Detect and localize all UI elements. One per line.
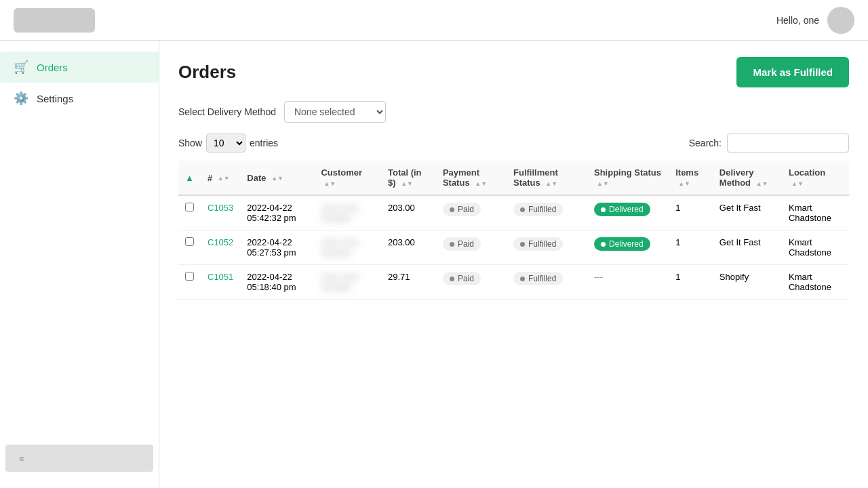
table-body: C10532022-04-22 05:42:32 pmJohn Doe Samp… — [178, 195, 849, 300]
topbar-greeting: Hello, one — [776, 15, 819, 26]
row-total: 203.00 — [381, 195, 436, 230]
row-fulfillment-status: Fulfilled — [507, 195, 587, 230]
row-delivery-method: Get It Fast — [713, 195, 782, 230]
fulfillment-dot — [520, 207, 525, 212]
search-row: Search: — [689, 134, 849, 152]
header-shipping-status[interactable]: Shipping Status ▲▼ — [587, 161, 669, 195]
fulfillment-dot — [520, 242, 525, 247]
search-label: Search: — [689, 138, 722, 148]
shipping-status-badge: Delivered — [594, 203, 650, 216]
table-header: ▲ # ▲▼ Date ▲▼ Customer ▲▼ T — [178, 161, 849, 195]
row-total: 203.00 — [381, 230, 436, 265]
shipping-dash: --- — [594, 272, 603, 282]
row-checkbox[interactable] — [185, 272, 194, 281]
row-payment-status: Paid — [436, 195, 507, 230]
row-date: 2022-04-22 05:42:32 pm — [240, 195, 314, 230]
payment-status-badge: Paid — [443, 272, 481, 285]
table-controls: Show 10 25 50 100 entries Search: — [178, 134, 849, 152]
row-location: Kmart Chadstone — [782, 195, 849, 230]
entries-select[interactable]: 10 25 50 100 — [206, 134, 245, 152]
row-items: 1 — [669, 230, 713, 265]
mark-as-fulfilled-button[interactable]: Mark as Fulfilled — [736, 57, 849, 87]
row-date: 2022-04-22 05:27:53 pm — [240, 230, 314, 265]
header-payment-status[interactable]: Payment Status ▲▼ — [436, 161, 507, 195]
order-id-link[interactable]: C1051 — [208, 272, 233, 282]
row-delivery-method: Shopify — [713, 265, 782, 300]
cart-icon: 🛒 — [14, 60, 28, 75]
sort-icons-location: ▲▼ — [791, 180, 804, 187]
shipping-dot — [601, 242, 606, 247]
row-shipping-status: --- — [587, 265, 669, 300]
shipping-status-badge: Delivered — [594, 237, 650, 251]
sidebar-item-orders[interactable]: 🛒 Orders — [0, 52, 159, 83]
payment-status-badge: Paid — [443, 237, 481, 251]
page-header: Orders Mark as Fulfilled — [178, 57, 849, 87]
header-fulfillment-status[interactable]: Fulfillment Status ▲▼ — [507, 161, 587, 195]
header-number[interactable]: # ▲▼ — [201, 161, 240, 195]
row-total: 29.71 — [381, 265, 436, 300]
topbar-logo — [14, 8, 95, 33]
topbar: Hello, one — [0, 0, 868, 41]
order-id-link[interactable]: C1052 — [208, 237, 233, 247]
row-fulfillment-status: Fulfilled — [507, 265, 587, 300]
row-shipping-status: Delivered — [587, 230, 669, 265]
payment-dot — [450, 277, 454, 281]
order-id-link[interactable]: C1053 — [208, 203, 233, 213]
header-delivery-method[interactable]: Delivery Method ▲▼ — [713, 161, 782, 195]
sort-icons-shipping: ▲▼ — [597, 180, 609, 187]
row-checkbox[interactable] — [185, 237, 194, 246]
header-customer[interactable]: Customer ▲▼ — [314, 161, 381, 195]
payment-dot — [450, 207, 454, 212]
fulfillment-status-badge: Fulfilled — [513, 203, 563, 216]
row-fulfillment-status: Fulfilled — [507, 230, 587, 265]
row-checkbox[interactable] — [185, 203, 194, 211]
delivery-method-select[interactable]: None selected Get It Fast Shopify Standa… — [284, 101, 386, 123]
sort-icons-fulfillment: ▲▼ — [545, 180, 557, 187]
collapse-icon: « — [19, 453, 24, 464]
topbar-right: Hello, one — [776, 7, 854, 34]
header-items[interactable]: Items ▲▼ — [669, 161, 713, 195]
sidebar-item-orders-label: Orders — [37, 62, 68, 73]
row-items: 1 — [669, 265, 713, 300]
table-row: C10532022-04-22 05:42:32 pmJohn Doe Samp… — [178, 195, 849, 230]
row-delivery-method: Get It Fast — [713, 230, 782, 265]
shipping-dot — [601, 207, 606, 212]
payment-dot — [450, 242, 454, 247]
header-date[interactable]: Date ▲▼ — [240, 161, 314, 195]
sidebar: 🛒 Orders ⚙️ Settings « — [0, 41, 159, 488]
filter-row: Select Delivery Method None selected Get… — [178, 101, 849, 123]
row-shipping-status: Delivered — [587, 195, 669, 230]
show-label: Show — [178, 138, 202, 148]
payment-status-badge: Paid — [443, 203, 481, 216]
sort-icons-number: ▲▼ — [218, 175, 230, 182]
table-row: C10522022-04-22 05:27:53 pmJohn Doe Samp… — [178, 230, 849, 265]
sort-icons-payment: ▲▼ — [475, 180, 487, 187]
row-customer: John Doe Sample — [314, 195, 381, 230]
fulfillment-dot — [520, 277, 525, 281]
orders-table: ▲ # ▲▼ Date ▲▼ Customer ▲▼ T — [178, 161, 849, 300]
search-input[interactable] — [727, 134, 849, 152]
row-customer: John Doe Sample — [314, 230, 381, 265]
row-checkbox-cell — [178, 230, 201, 265]
row-location: Kmart Chadstone — [782, 265, 849, 300]
main-content: Orders Mark as Fulfilled Select Delivery… — [159, 41, 868, 488]
header-checkbox: ▲ — [178, 161, 201, 195]
gear-icon: ⚙️ — [14, 91, 28, 106]
row-date: 2022-04-22 05:18:40 pm — [240, 265, 314, 300]
header-total[interactable]: Total (in $) ▲▼ — [381, 161, 436, 195]
sidebar-collapse-button[interactable]: « — [5, 445, 153, 472]
header-location[interactable]: Location ▲▼ — [782, 161, 849, 195]
row-location: Kmart Chadstone — [782, 230, 849, 265]
sidebar-item-settings[interactable]: ⚙️ Settings — [0, 83, 159, 114]
row-checkbox-cell — [178, 195, 201, 230]
sort-icons-delivery: ▲▼ — [756, 180, 768, 187]
sidebar-nav: 🛒 Orders ⚙️ Settings — [0, 52, 159, 114]
table-row: C10512022-04-22 05:18:40 pmJohn Doe Samp… — [178, 265, 849, 300]
sort-icons-date: ▲▼ — [271, 175, 283, 182]
row-customer: John Doe Sample — [314, 265, 381, 300]
fulfillment-status-badge: Fulfilled — [513, 272, 563, 285]
row-items: 1 — [669, 195, 713, 230]
delivery-method-filter-label: Select Delivery Method — [178, 106, 276, 117]
sort-icons-total: ▲▼ — [401, 180, 413, 187]
topbar-avatar — [827, 7, 854, 34]
